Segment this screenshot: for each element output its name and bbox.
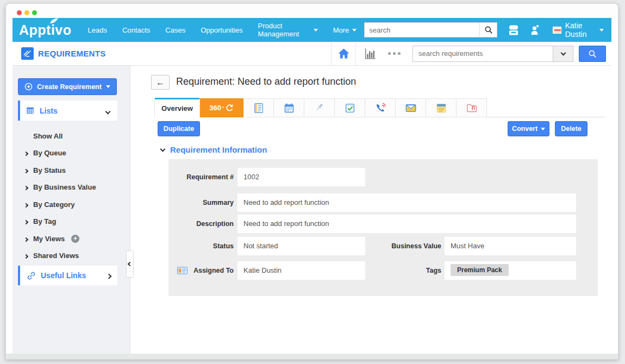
- tab-calls[interactable]: [365, 98, 396, 117]
- nav-item-leads[interactable]: Leads: [80, 26, 115, 34]
- summary-label: Summary: [168, 193, 234, 212]
- user-menu[interactable]: Katie Dustin: [553, 21, 604, 39]
- search-icon: [484, 26, 493, 34]
- summary-row: Summary Need to add report function: [168, 193, 598, 212]
- sidebar-collapse-handle[interactable]: [126, 250, 134, 278]
- requirement-information-panel: Requirement # 1002 Summary Need to add r…: [168, 159, 598, 296]
- chevron-right-icon: [24, 220, 28, 224]
- grid-icon: [26, 106, 35, 115]
- browser-window: Apptivo Leads Contacts Cases Opportuniti…: [5, 3, 618, 360]
- requirements-app-icon: [21, 47, 34, 60]
- create-requirement-button[interactable]: Create Requirement: [18, 78, 117, 95]
- sidebar-item-shared-views[interactable]: Shared Views: [12, 249, 130, 261]
- app-header: REQUIREMENTS: [12, 42, 611, 66]
- chevron-left-icon: [128, 262, 132, 266]
- link-icon: [27, 271, 36, 280]
- user-status-button[interactable]: [529, 23, 542, 36]
- tab-notes[interactable]: [426, 98, 457, 117]
- home-button[interactable]: [331, 42, 356, 65]
- requirement-information-section-toggle[interactable]: Requirement Information: [161, 145, 267, 154]
- sidebar-item-by-business-value[interactable]: By Business Value: [12, 181, 130, 193]
- leaf-icon: [49, 17, 59, 24]
- requirement-number-field[interactable]: 1002: [238, 168, 365, 186]
- assigned-to-field[interactable]: Katie Dustin: [238, 261, 365, 280]
- caret-down-icon: [106, 85, 110, 88]
- tab-strip: Overview 360°: [154, 98, 487, 117]
- chevron-right-icon: [24, 152, 28, 156]
- app-store-button[interactable]: [507, 23, 520, 36]
- page-title: REQUIREMENTS: [38, 49, 105, 58]
- tab-overview[interactable]: Overview: [154, 98, 200, 117]
- delete-button[interactable]: Delete: [555, 121, 588, 136]
- convert-button[interactable]: Convert: [508, 121, 549, 136]
- chevron-right-icon: [107, 274, 112, 279]
- description-field[interactable]: Need to add report function: [238, 215, 576, 233]
- caret-down-icon: [599, 29, 604, 32]
- duplicate-button[interactable]: Duplicate: [158, 121, 200, 136]
- more-options-button[interactable]: [388, 52, 401, 55]
- person-icon: [529, 23, 542, 36]
- tab-emails[interactable]: [396, 98, 426, 117]
- sidebar-item-by-category[interactable]: By Category: [12, 198, 130, 210]
- apptivo-logo[interactable]: Apptivo: [19, 22, 72, 38]
- tag-chip[interactable]: Premium Pack: [451, 264, 509, 276]
- global-search-input[interactable]: [364, 22, 479, 37]
- chevron-right-icon: [24, 203, 28, 208]
- top-navigation: Apptivo Leads Contacts Cases Opportuniti…: [12, 18, 611, 42]
- requirements-search-input[interactable]: [412, 46, 553, 62]
- sidebar-item-by-queue[interactable]: By Queue: [12, 147, 130, 159]
- documents-icon: [466, 102, 478, 114]
- back-button[interactable]: ←: [151, 75, 170, 90]
- chevron-down-icon: [105, 109, 111, 114]
- close-button[interactable]: [17, 10, 22, 15]
- sidebar-item-show-all[interactable]: Show All: [12, 130, 130, 142]
- back-arrow-icon: ←: [156, 78, 165, 87]
- calls-icon: [374, 102, 386, 114]
- tab-documents[interactable]: [457, 98, 487, 117]
- plus-circle-icon: [24, 83, 33, 91]
- sidebar-item-lists[interactable]: Lists: [18, 101, 117, 121]
- description-row: Description Need to add report function: [168, 215, 598, 233]
- add-view-button[interactable]: +: [71, 235, 79, 243]
- main-content: ← Requirement: Need to add report functi…: [130, 66, 611, 354]
- tab-calendar[interactable]: [274, 98, 304, 117]
- pin-icon: [314, 102, 326, 114]
- nav-item-product-management[interactable]: Product Management: [250, 22, 325, 38]
- search-filter-dropdown[interactable]: [553, 46, 573, 62]
- lists-label: Lists: [40, 106, 58, 115]
- maximize-button[interactable]: [32, 10, 37, 15]
- nav-item-more[interactable]: More: [326, 26, 365, 34]
- global-search-button[interactable]: [479, 22, 497, 37]
- summary-field[interactable]: Need to add report function: [238, 193, 576, 212]
- tab-follow-ups[interactable]: [304, 98, 335, 117]
- nav-item-opportunities[interactable]: Opportunities: [193, 26, 250, 34]
- rotate-icon: [226, 104, 234, 112]
- caret-down-icon: [314, 29, 318, 32]
- section-title: Requirement Information: [170, 145, 267, 154]
- activities-icon: [253, 102, 265, 114]
- tab-360-view[interactable]: 360°: [200, 98, 243, 117]
- tab-activities[interactable]: [243, 98, 274, 117]
- sidebar-item-my-views[interactable]: My Views +: [12, 233, 130, 244]
- sidebar-item-by-tag[interactable]: By Tag: [12, 215, 130, 227]
- window-bottom-edge: [6, 354, 618, 359]
- store-icon: [507, 23, 520, 36]
- sidebar-item-by-status[interactable]: By Status: [12, 164, 130, 176]
- chevron-right-icon: [24, 186, 28, 190]
- business-value-field[interactable]: Must Have: [445, 237, 576, 255]
- requirements-search-button[interactable]: [579, 46, 606, 62]
- sidebar-item-useful-links[interactable]: Useful Links: [18, 266, 117, 285]
- tags-field[interactable]: Premium Pack: [445, 261, 576, 280]
- emails-icon: [405, 102, 417, 114]
- window-titlebar: [6, 4, 618, 18]
- minimize-button[interactable]: [24, 10, 29, 15]
- assigned-to-label: Assigned To: [168, 261, 234, 280]
- status-field[interactable]: Not started: [238, 237, 365, 255]
- user-name: Katie Dustin: [565, 21, 596, 39]
- tab-tasks[interactable]: [335, 98, 365, 117]
- nav-item-contacts[interactable]: Contacts: [115, 26, 158, 34]
- record-title: Requirement: Need to add report function: [176, 76, 356, 87]
- reports-button[interactable]: [364, 47, 377, 60]
- tags-label: Tags: [365, 261, 441, 280]
- nav-item-cases[interactable]: Cases: [158, 26, 193, 34]
